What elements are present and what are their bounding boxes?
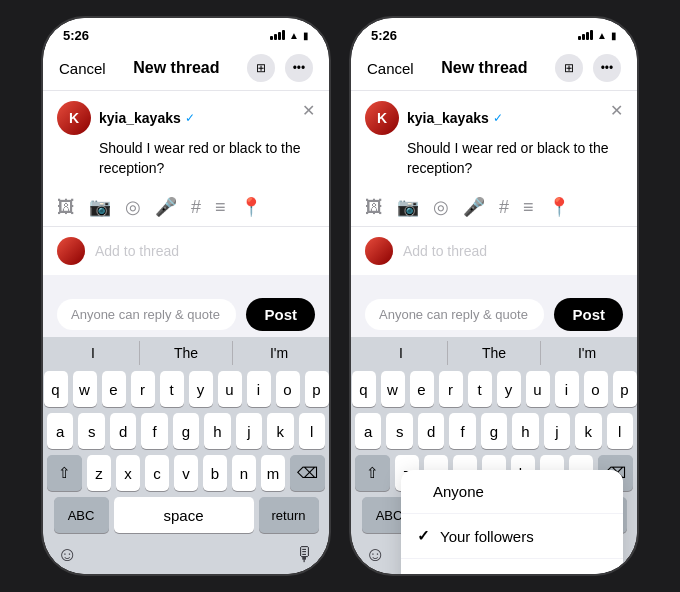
status-time-2: 5:26	[371, 28, 397, 43]
hashtag-icon-1[interactable]: #	[191, 197, 201, 218]
add-thread-text-2[interactable]: Add to thread	[403, 243, 487, 259]
key-p-1[interactable]: p	[305, 371, 329, 407]
key-i-2[interactable]: i	[555, 371, 579, 407]
key-f-1[interactable]: f	[141, 413, 167, 449]
dropdown-your-followers[interactable]: Your followers	[401, 514, 623, 559]
camera-icon-1[interactable]: 📷	[89, 196, 111, 218]
key-b-1[interactable]: b	[203, 455, 227, 491]
camera-icon-2[interactable]: 📷	[397, 196, 419, 218]
key-x-1[interactable]: x	[116, 455, 140, 491]
key-w-2[interactable]: w	[381, 371, 405, 407]
list-icon-2[interactable]: ≡	[523, 197, 534, 218]
add-thread-row-2: Add to thread	[351, 227, 637, 275]
key-j-1[interactable]: j	[236, 413, 262, 449]
key-g-1[interactable]: g	[173, 413, 199, 449]
post-button-1[interactable]: Post	[246, 298, 315, 331]
hashtag-icon-2[interactable]: #	[499, 197, 509, 218]
draft-icon-1[interactable]: ⊞	[247, 54, 275, 82]
dictation-icon-1[interactable]: 🎙	[295, 543, 315, 566]
key-e-2[interactable]: e	[410, 371, 434, 407]
key-shift-2[interactable]: ⇧	[355, 455, 390, 491]
key-g-2[interactable]: g	[481, 413, 507, 449]
key-j-2[interactable]: j	[544, 413, 570, 449]
key-abc-1[interactable]: ABC	[54, 497, 109, 533]
key-s-2[interactable]: s	[386, 413, 412, 449]
key-u-1[interactable]: u	[218, 371, 242, 407]
key-r-1[interactable]: r	[131, 371, 155, 407]
key-q-2[interactable]: q	[352, 371, 376, 407]
reply-hint-bubble-1[interactable]: Anyone can reply & quote	[57, 299, 236, 330]
key-h-1[interactable]: h	[204, 413, 230, 449]
close-icon-2[interactable]: ✕	[610, 101, 623, 120]
key-u-2[interactable]: u	[526, 371, 550, 407]
key-l-1[interactable]: l	[299, 413, 325, 449]
gif-icon-1[interactable]: ◎	[125, 196, 141, 218]
key-f-2[interactable]: f	[449, 413, 475, 449]
key-m-1[interactable]: m	[261, 455, 285, 491]
key-t-2[interactable]: t	[468, 371, 492, 407]
photo-icon-1[interactable]: 🖼	[57, 197, 75, 218]
key-c-1[interactable]: c	[145, 455, 169, 491]
key-q-1[interactable]: q	[44, 371, 68, 407]
key-r-2[interactable]: r	[439, 371, 463, 407]
thread-content-2: K kyia_kayaks ✓ ✕ Should I wear red or b…	[351, 91, 637, 188]
key-e-1[interactable]: e	[102, 371, 126, 407]
dropdown-anyone[interactable]: Anyone	[401, 470, 623, 514]
key-a-1[interactable]: a	[47, 413, 73, 449]
key-delete-1[interactable]: ⌫	[290, 455, 325, 491]
suggestion-i-1[interactable]: I	[47, 341, 140, 365]
suggestion-im-2[interactable]: I'm	[541, 341, 633, 365]
location-icon-1[interactable]: 📍	[240, 196, 262, 218]
key-n-1[interactable]: n	[232, 455, 256, 491]
close-icon-1[interactable]: ✕	[302, 101, 315, 120]
suggestion-i-2[interactable]: I	[355, 341, 448, 365]
gif-icon-2[interactable]: ◎	[433, 196, 449, 218]
wifi-icon-1: ▲	[289, 30, 299, 41]
key-o-2[interactable]: o	[584, 371, 608, 407]
key-row-1-2: q w e r t y u i o p	[355, 371, 633, 407]
key-l-2[interactable]: l	[607, 413, 633, 449]
mic-icon-2[interactable]: 🎤	[463, 196, 485, 218]
key-h-2[interactable]: h	[512, 413, 538, 449]
key-w-1[interactable]: w	[73, 371, 97, 407]
post-button-2[interactable]: Post	[554, 298, 623, 331]
location-icon-2[interactable]: 📍	[548, 196, 570, 218]
key-o-1[interactable]: o	[276, 371, 300, 407]
add-thread-text-1[interactable]: Add to thread	[95, 243, 179, 259]
key-v-1[interactable]: v	[174, 455, 198, 491]
verified-badge-2: ✓	[493, 111, 503, 125]
key-shift-1[interactable]: ⇧	[47, 455, 82, 491]
cancel-button-1[interactable]: Cancel	[59, 60, 106, 77]
key-t-1[interactable]: t	[160, 371, 184, 407]
mic-icon-1[interactable]: 🎤	[155, 196, 177, 218]
key-a-2[interactable]: a	[355, 413, 381, 449]
key-d-2[interactable]: d	[418, 413, 444, 449]
more-icon-1[interactable]: •••	[285, 54, 313, 82]
content-spacer-1	[43, 275, 329, 292]
key-s-1[interactable]: s	[78, 413, 104, 449]
suggestion-im-1[interactable]: I'm	[233, 341, 325, 365]
key-p-2[interactable]: p	[613, 371, 637, 407]
emoji-icon-2[interactable]: ☺	[365, 543, 385, 566]
suggestion-the-2[interactable]: The	[448, 341, 541, 365]
photo-icon-2[interactable]: 🖼	[365, 197, 383, 218]
emoji-icon-1[interactable]: ☺	[57, 543, 77, 566]
key-space-1[interactable]: space	[114, 497, 254, 533]
status-bar-1: 5:26 ▲ ▮	[43, 18, 329, 46]
reply-hint-bubble-2[interactable]: Anyone can reply & quote	[365, 299, 544, 330]
avatar-2: K	[365, 101, 399, 135]
suggestion-the-1[interactable]: The	[140, 341, 233, 365]
key-i-1[interactable]: i	[247, 371, 271, 407]
more-icon-2[interactable]: •••	[593, 54, 621, 82]
key-d-1[interactable]: d	[110, 413, 136, 449]
key-z-1[interactable]: z	[87, 455, 111, 491]
list-icon-1[interactable]: ≡	[215, 197, 226, 218]
key-k-2[interactable]: k	[575, 413, 601, 449]
key-return-1[interactable]: return	[259, 497, 319, 533]
cancel-button-2[interactable]: Cancel	[367, 60, 414, 77]
key-y-1[interactable]: y	[189, 371, 213, 407]
key-k-1[interactable]: k	[267, 413, 293, 449]
dropdown-profiles-you-follow[interactable]: Profiles you follow	[401, 559, 623, 574]
key-y-2[interactable]: y	[497, 371, 521, 407]
draft-icon-2[interactable]: ⊞	[555, 54, 583, 82]
